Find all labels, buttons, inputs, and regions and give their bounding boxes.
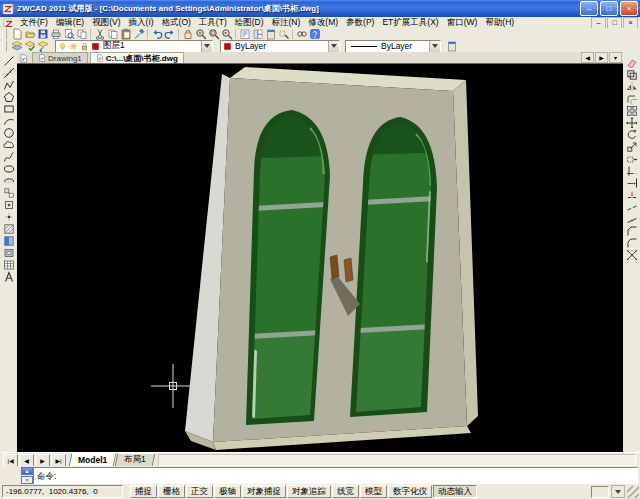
close-button[interactable]: × bbox=[620, 1, 638, 16]
quick-select-button[interactable] bbox=[277, 28, 290, 40]
explode-button[interactable] bbox=[625, 248, 638, 260]
break-at-point-button[interactable] bbox=[625, 188, 638, 200]
layer-lock-icon[interactable] bbox=[80, 42, 89, 51]
layer-previous-button[interactable] bbox=[36, 40, 49, 52]
grid-toggle[interactable]: 栅格 bbox=[158, 485, 185, 498]
menu-dimension[interactable]: 标注(N) bbox=[268, 17, 305, 29]
save-button[interactable] bbox=[36, 28, 49, 40]
zoom-previous-button[interactable] bbox=[220, 28, 233, 40]
menu-file[interactable]: 文件(F) bbox=[16, 17, 52, 29]
tab-last-button[interactable]: ▶| bbox=[51, 454, 66, 467]
erase-button[interactable] bbox=[625, 56, 638, 68]
toolbar-grip[interactable] bbox=[2, 41, 7, 51]
app-menu-icon[interactable] bbox=[3, 18, 12, 27]
mirror-button[interactable] bbox=[625, 80, 638, 92]
polygon-button[interactable] bbox=[2, 90, 15, 102]
layer-thaw-sun-icon[interactable] bbox=[69, 42, 78, 51]
ortho-toggle[interactable]: 正交 bbox=[186, 485, 213, 498]
linetype-combobox[interactable]: ByLayer bbox=[345, 40, 441, 53]
tab-scroll-left-button[interactable]: ◀ bbox=[581, 52, 594, 63]
redo-button[interactable] bbox=[163, 28, 176, 40]
mtext-button[interactable] bbox=[2, 270, 15, 282]
ellipse-button[interactable] bbox=[2, 162, 15, 174]
doc-tab-shugui[interactable]: C:\...\桌面\书柜.dwg bbox=[90, 52, 184, 63]
construction-line-button[interactable] bbox=[2, 66, 15, 78]
design-center-button[interactable] bbox=[251, 28, 264, 40]
menu-draw[interactable]: 绘图(D) bbox=[231, 17, 268, 29]
find-button[interactable] bbox=[295, 28, 308, 40]
menu-window[interactable]: 窗口(W) bbox=[443, 17, 482, 29]
menu-help[interactable]: 帮助(H) bbox=[481, 17, 518, 29]
model-tab[interactable]: Model1 bbox=[69, 453, 117, 467]
tool-palettes-button[interactable] bbox=[264, 28, 277, 40]
help-button[interactable] bbox=[308, 28, 321, 40]
menu-parametric[interactable]: 参数(P) bbox=[342, 17, 378, 29]
minimize-button[interactable]: – bbox=[580, 1, 598, 16]
restore-button[interactable]: □ bbox=[600, 1, 618, 16]
make-block-button[interactable] bbox=[2, 198, 15, 210]
otrack-toggle[interactable]: 对象追踪 bbox=[287, 485, 331, 498]
menu-et-extension-tools[interactable]: ET扩展工具(X) bbox=[378, 17, 442, 29]
zoom-realtime-button[interactable] bbox=[194, 28, 207, 40]
print-preview-button[interactable] bbox=[62, 28, 75, 40]
extend-button[interactable] bbox=[625, 176, 638, 188]
scale-button[interactable] bbox=[625, 140, 638, 152]
layer-dropdown-arrow[interactable] bbox=[201, 41, 212, 52]
layout1-tab[interactable]: 布局1 bbox=[115, 453, 156, 467]
circle-button[interactable] bbox=[2, 126, 15, 138]
point-button[interactable] bbox=[2, 210, 15, 222]
copy-object-button[interactable] bbox=[625, 68, 638, 80]
tab-prev-button[interactable]: ◀ bbox=[19, 454, 34, 467]
model-space-toggle[interactable]: 模型 bbox=[360, 485, 387, 498]
tab-list-button[interactable]: ▾ bbox=[609, 52, 622, 63]
lineweight-settings-button[interactable] bbox=[445, 40, 458, 52]
layer-states-manager-button[interactable] bbox=[23, 40, 36, 52]
properties-button[interactable] bbox=[238, 28, 251, 40]
polar-toggle[interactable]: 极轴 bbox=[214, 485, 241, 498]
menu-insert[interactable]: 插入(I) bbox=[125, 17, 158, 29]
doc-tab-drawing1[interactable]: Drawing1 bbox=[32, 52, 88, 63]
menu-edit[interactable]: 编辑(E) bbox=[52, 17, 88, 29]
layer-on-bulb-icon[interactable] bbox=[58, 42, 67, 51]
revision-cloud-button[interactable] bbox=[2, 138, 15, 150]
plot-button[interactable] bbox=[49, 28, 62, 40]
offset-button[interactable] bbox=[625, 92, 638, 104]
pan-realtime-button[interactable] bbox=[181, 28, 194, 40]
insert-block-button[interactable] bbox=[2, 186, 15, 198]
rectangle-button[interactable] bbox=[2, 102, 15, 114]
command-close-button[interactable]: × bbox=[21, 476, 33, 484]
horizontal-scrollbar[interactable] bbox=[158, 454, 636, 466]
layer-combobox[interactable]: 图层1 bbox=[55, 40, 213, 53]
array-button[interactable] bbox=[625, 104, 638, 116]
tablet-toggle[interactable]: 数字化仪 bbox=[388, 485, 432, 498]
zoom-window-button[interactable] bbox=[207, 28, 220, 40]
stretch-button[interactable] bbox=[625, 152, 638, 164]
tab-next-button[interactable]: ▶ bbox=[35, 454, 50, 467]
polyline-button[interactable] bbox=[2, 78, 15, 90]
copy-button[interactable] bbox=[106, 28, 119, 40]
spline-button[interactable] bbox=[2, 150, 15, 162]
hatch-button[interactable] bbox=[2, 222, 15, 234]
menu-modify[interactable]: 修改(M) bbox=[304, 17, 342, 29]
doc-close-button[interactable]: × bbox=[623, 17, 638, 29]
match-properties-button[interactable] bbox=[132, 28, 145, 40]
command-input-area[interactable]: 命令: bbox=[33, 467, 638, 485]
chamfer-button[interactable] bbox=[625, 224, 638, 236]
arc-button[interactable] bbox=[2, 114, 15, 126]
snap-toggle[interactable]: 捕捉 bbox=[130, 485, 157, 498]
break-button[interactable] bbox=[625, 200, 638, 212]
trim-button[interactable] bbox=[625, 164, 638, 176]
new-drawing-tab-button[interactable] bbox=[17, 53, 30, 63]
resize-grip[interactable] bbox=[627, 486, 639, 498]
paste-button[interactable] bbox=[119, 28, 132, 40]
doc-restore-button[interactable]: □ bbox=[607, 17, 622, 29]
menu-view[interactable]: 视图(V) bbox=[88, 17, 124, 29]
toolbar-grip[interactable] bbox=[2, 29, 7, 39]
open-button[interactable] bbox=[23, 28, 36, 40]
color-dropdown-arrow[interactable] bbox=[328, 41, 339, 52]
dynamic-input-toggle[interactable]: 动态输入 bbox=[433, 485, 477, 498]
command-scroll-up-button[interactable]: ▲ bbox=[21, 467, 33, 475]
cut-button[interactable] bbox=[93, 28, 106, 40]
lineweight-toggle[interactable]: 线宽 bbox=[332, 485, 359, 498]
osnap-toggle[interactable]: 对象捕捉 bbox=[242, 485, 286, 498]
